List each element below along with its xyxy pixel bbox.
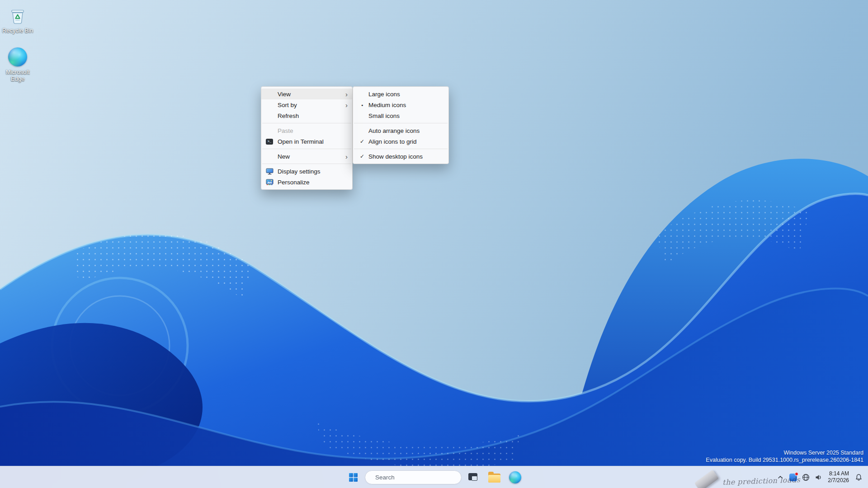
menu-separator <box>262 123 351 123</box>
menu-item-view[interactable]: View › <box>261 89 352 99</box>
volume-button[interactable] <box>812 468 824 486</box>
task-view-icon <box>468 472 479 482</box>
edge-logo <box>8 47 27 66</box>
taskbar-search[interactable] <box>365 470 462 484</box>
chevron-right-icon: › <box>342 101 348 109</box>
tray-app-badge-button[interactable] <box>787 468 799 486</box>
clock[interactable]: 8:14 AM 2/7/2026 <box>825 470 852 484</box>
menu-item-label: New <box>276 153 342 160</box>
taskbar: 8:14 AM 2/7/2026 <box>0 466 868 488</box>
search-input[interactable] <box>375 474 455 481</box>
winver-line-2: Evaluation copy. Build 29531.1000.rs_pre… <box>706 456 863 464</box>
menu-item-paste: Paste <box>261 125 352 136</box>
desktop-context-menu: View › Sort by › Refresh Paste >_ Open i… <box>261 86 353 190</box>
task-view-button[interactable] <box>464 468 482 486</box>
task-view-front-pane <box>472 476 477 481</box>
edge-icon <box>509 471 521 483</box>
menu-item-show-desktop-icons[interactable]: ✓ Show desktop icons <box>353 151 448 162</box>
menu-item-personalize[interactable]: Personalize <box>261 177 352 188</box>
menu-item-label: Paste <box>276 127 348 134</box>
menu-item-label: Display settings <box>276 168 348 175</box>
notification-badge <box>795 472 798 476</box>
winver-watermark: Windows Server 2025 Standard Evaluation … <box>706 449 863 464</box>
check-icon: ✓ <box>358 138 367 145</box>
display-settings-icon <box>266 168 276 175</box>
menu-item-align-icons-to-grid[interactable]: ✓ Align icons to grid <box>353 136 448 147</box>
edge-taskbar-button[interactable] <box>506 468 524 486</box>
menu-item-new[interactable]: New › <box>261 151 352 162</box>
menu-item-medium-icons[interactable]: ● Medium icons <box>353 99 448 110</box>
recycle-bin-icon <box>8 5 28 25</box>
winver-line-1: Windows Server 2025 Standard <box>706 449 863 456</box>
menu-item-small-icons[interactable]: Small icons <box>353 110 448 121</box>
menu-item-label: Sort by <box>276 102 342 108</box>
menu-item-label: Open in Terminal <box>276 138 348 145</box>
file-explorer-icon <box>488 474 500 483</box>
hidden-icons-button[interactable] <box>774 468 786 486</box>
network-button[interactable] <box>800 468 811 486</box>
menu-item-label: Show desktop icons <box>367 153 444 160</box>
menu-separator <box>262 164 351 164</box>
speaker-icon <box>815 474 822 481</box>
menu-item-sort-by[interactable]: Sort by › <box>261 99 352 110</box>
notifications-button[interactable] <box>853 468 864 486</box>
menu-item-label: Personalize <box>276 179 348 186</box>
desktop-wallpaper <box>0 0 868 488</box>
menu-item-refresh[interactable]: Refresh <box>261 110 352 121</box>
check-glyph: ✓ <box>360 138 364 145</box>
wallpaper-waves <box>0 0 868 488</box>
menu-separator <box>354 123 448 123</box>
menu-item-label: View <box>276 91 342 98</box>
menu-item-label: Medium icons <box>367 102 444 108</box>
desktop-icon-label: Recycle Bin <box>2 27 33 34</box>
check-glyph: ✓ <box>360 153 364 160</box>
network-globe-icon <box>802 474 810 481</box>
menu-item-display-settings[interactable]: Display settings <box>261 166 352 177</box>
menu-item-label: Align icons to grid <box>367 138 444 145</box>
bell-icon <box>855 474 863 481</box>
taskbar-center-group <box>344 466 524 488</box>
menu-separator <box>262 149 351 149</box>
edge-icon <box>8 47 28 67</box>
menu-item-label: Small icons <box>367 113 444 119</box>
clock-date: 2/7/2026 <box>828 477 849 484</box>
terminal-icon: >_ <box>266 139 276 145</box>
menu-item-label: Large icons <box>367 91 444 98</box>
chevron-right-icon: › <box>342 90 348 98</box>
windows-logo-icon <box>349 473 358 482</box>
clock-time: 8:14 AM <box>828 470 849 477</box>
menu-separator <box>354 149 448 149</box>
menu-item-label: Refresh <box>276 113 348 119</box>
personalize-icon <box>266 179 276 185</box>
desktop-icon-label: Microsoft Edge <box>0 69 35 82</box>
check-icon: ✓ <box>358 153 367 160</box>
start-button[interactable] <box>344 468 362 486</box>
menu-item-large-icons[interactable]: Large icons <box>353 89 448 99</box>
chevron-right-icon: › <box>342 153 348 160</box>
view-submenu: Large icons ● Medium icons Small icons A… <box>353 86 449 164</box>
file-explorer-button[interactable] <box>485 468 503 486</box>
chevron-up-icon <box>777 474 783 480</box>
folder-front <box>488 475 500 483</box>
radio-dot: ● <box>361 103 363 107</box>
desktop-icon-microsoft-edge[interactable]: Microsoft Edge <box>0 47 35 82</box>
menu-item-auto-arrange-icons[interactable]: Auto arrange icons <box>353 125 448 136</box>
menu-item-label: Auto arrange icons <box>367 127 444 134</box>
tray-app-icon <box>789 474 797 481</box>
system-tray: 8:14 AM 2/7/2026 <box>774 466 864 488</box>
menu-item-open-in-terminal[interactable]: >_ Open in Terminal <box>261 136 352 147</box>
terminal-icon-glyph: >_ <box>266 139 273 145</box>
radio-selected-icon: ● <box>358 103 367 107</box>
desktop-icon-recycle-bin[interactable]: Recycle Bin <box>0 5 35 34</box>
